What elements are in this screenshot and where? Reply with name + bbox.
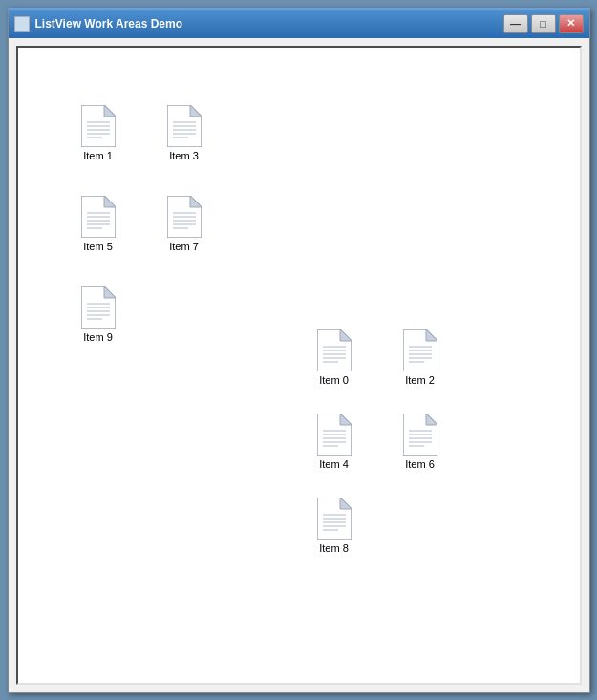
svg-marker-22 [190,196,202,207]
file-icon [167,196,202,238]
svg-marker-43 [426,329,437,341]
svg-marker-50 [340,414,352,425]
file-label: Item 4 [319,458,349,470]
list-item[interactable]: Item 6 [386,414,455,470]
close-button[interactable]: ✕ [559,14,584,33]
list-item[interactable]: Item 7 [150,196,219,252]
listview-container: Item 1 Item 3 Item 5 Item 7 [16,46,582,685]
title-bar-text: ListView Work Areas Demo [14,16,183,32]
list-item[interactable]: Item 4 [300,414,369,470]
file-icon [403,329,437,371]
file-icon [81,196,116,238]
window-title: ListView Work Areas Demo [35,17,183,31]
svg-marker-29 [104,286,116,298]
list-item[interactable]: Item 8 [300,498,369,554]
file-label: Item 8 [319,542,349,554]
list-item[interactable]: Item 2 [386,329,455,386]
file-label: Item 2 [405,374,435,386]
file-label: Item 3 [169,150,199,161]
file-icon [317,329,352,371]
file-icon [403,414,437,456]
list-item[interactable]: Item 9 [64,286,133,343]
file-icon [167,105,202,147]
file-label: Item 0 [319,374,349,386]
window-icon [14,16,30,32]
svg-marker-1 [104,105,116,117]
listview-area: Item 1 Item 3 Item 5 Item 7 [18,48,580,683]
svg-marker-15 [104,196,116,207]
file-icon [81,286,116,329]
title-bar: ListView Work Areas Demo — □ ✕ [9,10,589,38]
main-window: ListView Work Areas Demo — □ ✕ Item 1 It… [8,8,590,693]
list-item[interactable]: Item 1 [64,105,133,161]
svg-marker-57 [426,414,437,425]
file-icon [317,498,352,540]
file-icon [317,414,352,456]
list-item[interactable]: Item 3 [150,105,219,161]
file-label: Item 5 [83,241,113,252]
title-bar-buttons: — □ ✕ [503,14,584,33]
file-label: Item 6 [405,458,435,470]
maximize-button[interactable]: □ [531,14,556,33]
svg-marker-36 [340,329,352,341]
list-item[interactable]: Item 5 [64,196,133,252]
svg-marker-8 [190,105,202,117]
list-item[interactable]: Item 0 [300,329,369,386]
svg-marker-64 [340,498,352,509]
file-label: Item 9 [83,331,113,343]
file-icon [81,105,116,147]
file-label: Item 1 [83,150,113,161]
minimize-button[interactable]: — [503,14,528,33]
file-label: Item 7 [169,241,199,252]
